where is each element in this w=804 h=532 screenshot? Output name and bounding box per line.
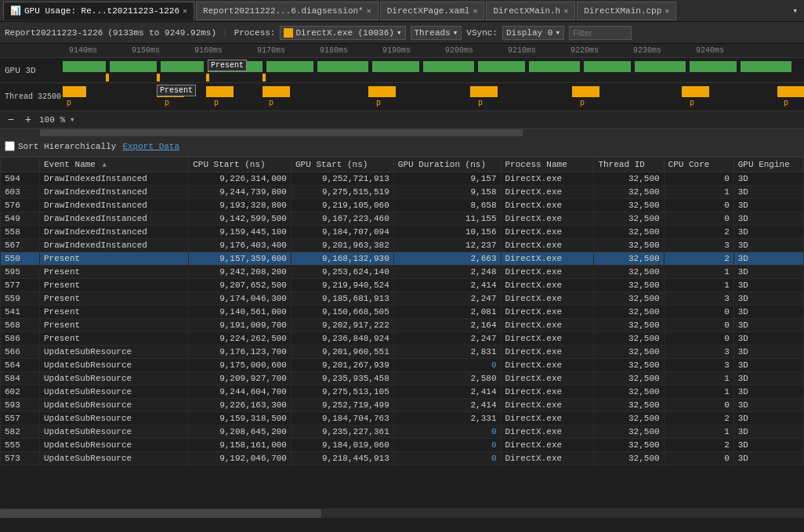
cell-proc: DirectX.exe bbox=[501, 372, 594, 385]
gpu-bar-4 bbox=[208, 61, 263, 72]
tab-directxmain-cpp[interactable]: DirectXMain.cpp ✕ bbox=[577, 2, 676, 20]
tab-directxpage[interactable]: DirectXPage.xaml ✕ bbox=[380, 2, 485, 20]
display-dropdown[interactable]: Display 0 ▾ bbox=[502, 26, 564, 40]
cell-gpuengine: 3D bbox=[733, 452, 803, 465]
cell-event: DrawIndexedInstanced bbox=[39, 186, 188, 199]
table-row[interactable]: 584 UpdateSubResource 9,209,927,700 9,23… bbox=[1, 372, 804, 385]
cell-cpucore: 1 bbox=[664, 279, 733, 292]
th-gpustart[interactable]: GPU Start (ns) bbox=[291, 157, 393, 172]
close-icon-5[interactable]: ✕ bbox=[665, 6, 669, 16]
cell-gpuengine: 3D bbox=[733, 279, 803, 292]
th-tid[interactable]: Thread ID bbox=[594, 157, 664, 172]
gpu-3d-track[interactable]: Present bbox=[63, 58, 804, 82]
table-row[interactable]: 559 Present 9,174,046,300 9,185,681,913 … bbox=[1, 292, 804, 306]
cell-event: DrawIndexedInstanced bbox=[39, 199, 188, 212]
table-row[interactable]: 586 Present 9,224,262,500 9,236,848,924 … bbox=[1, 332, 804, 346]
cell-cpucore: 1 bbox=[664, 425, 733, 439]
table-row[interactable]: 566 UpdateSubResource 9,176,123,700 9,20… bbox=[1, 346, 804, 359]
cell-cpustart: 9,159,318,500 bbox=[189, 412, 292, 425]
cell-gpustart: 9,275,513,105 bbox=[291, 385, 393, 399]
sort-hierarchically-checkbox[interactable]: Sort Hierarchically bbox=[5, 141, 116, 151]
cell-gpustart: 9,219,940,524 bbox=[291, 279, 393, 292]
table-row[interactable]: 549 DrawIndexedInstanced 9,142,599,500 9… bbox=[1, 212, 804, 226]
cell-cpucore: 1 bbox=[664, 266, 733, 279]
p-label-1: p bbox=[67, 99, 71, 107]
th-gpuengine[interactable]: GPU Engine bbox=[733, 157, 803, 172]
process-label: Process: bbox=[234, 28, 276, 38]
cell-proc: DirectX.exe bbox=[501, 292, 594, 306]
table-row[interactable]: 568 Present 9,191,009,700 9,202,917,222 … bbox=[1, 319, 804, 332]
cell-proc: DirectX.exe bbox=[501, 359, 594, 372]
cell-id: 550 bbox=[1, 252, 40, 266]
table-row[interactable]: 603 DrawIndexedInstanced 9,244,739,800 9… bbox=[1, 186, 804, 199]
cell-tid: 32,500 bbox=[594, 319, 664, 332]
sort-hierarchically-input[interactable] bbox=[5, 141, 15, 151]
zoom-plus-button[interactable]: + bbox=[22, 114, 34, 126]
table-row[interactable]: 573 UpdateSubResource 9,192,046,700 9,21… bbox=[1, 452, 804, 465]
process-dropdown[interactable]: DirectX.exe (10036) ▾ bbox=[280, 26, 405, 40]
cell-gpudur: 2,580 bbox=[393, 372, 501, 385]
cell-gpudur: 0 bbox=[393, 425, 501, 439]
cell-proc: DirectX.exe bbox=[501, 239, 594, 252]
close-icon-2[interactable]: ✕ bbox=[367, 6, 371, 16]
th-gpudur[interactable]: GPU Duration (ns) bbox=[393, 157, 501, 172]
table-row[interactable]: 550 Present 9,157,359,600 9,168,132,930 … bbox=[1, 252, 804, 266]
table-row[interactable]: 557 UpdateSubResource 9,159,318,500 9,18… bbox=[1, 412, 804, 425]
cell-cpucore: 0 bbox=[664, 172, 733, 186]
table-row[interactable]: 577 Present 9,207,652,500 9,219,940,524 … bbox=[1, 279, 804, 292]
cell-tid: 32,500 bbox=[594, 452, 664, 465]
th-event[interactable]: Event Name ▲ bbox=[39, 157, 188, 172]
cell-cpustart: 9,176,403,400 bbox=[189, 239, 292, 252]
table-row[interactable]: 593 UpdateSubResource 9,226,163,300 9,25… bbox=[1, 399, 804, 412]
filter-input[interactable] bbox=[569, 26, 632, 40]
th-proc[interactable]: Process Name bbox=[501, 157, 594, 172]
cell-gpuengine: 3D bbox=[733, 439, 803, 452]
close-icon-3[interactable]: ✕ bbox=[473, 6, 477, 16]
tab-report[interactable]: Report20211222...6.diagsession* ✕ bbox=[196, 2, 378, 20]
data-table-wrap[interactable]: Event Name ▲ CPU Start (ns) GPU Start (n… bbox=[0, 157, 804, 508]
table-row[interactable]: 595 Present 9,242,208,200 9,253,624,140 … bbox=[1, 266, 804, 279]
table-row[interactable]: 555 UpdateSubResource 9,158,161,000 9,18… bbox=[1, 439, 804, 452]
export-data-button[interactable]: Export Data bbox=[122, 142, 179, 151]
process-icon bbox=[284, 28, 293, 38]
table-row[interactable]: 594 DrawIndexedInstanced 9,226,314,000 9… bbox=[1, 172, 804, 186]
thread-32500-track[interactable]: p p p p p p p p p Present bbox=[63, 83, 804, 110]
table-row[interactable]: 558 DrawIndexedInstanced 9,159,445,100 9… bbox=[1, 226, 804, 239]
table-row[interactable]: 582 UpdateSubResource 9,208,645,200 9,23… bbox=[1, 425, 804, 439]
cell-gpustart: 9,201,963,382 bbox=[291, 239, 393, 252]
table-row[interactable]: 564 UpdateSubResource 9,175,000,600 9,20… bbox=[1, 359, 804, 372]
timeline-scrollbar[interactable] bbox=[0, 128, 804, 136]
cell-gpuengine: 3D bbox=[733, 292, 803, 306]
cell-gpuengine: 3D bbox=[733, 239, 803, 252]
cell-cpustart: 9,244,739,800 bbox=[189, 186, 292, 199]
th-cpustart[interactable]: CPU Start (ns) bbox=[189, 157, 292, 172]
cell-id: 603 bbox=[1, 186, 40, 199]
zoom-minus-button[interactable]: − bbox=[5, 114, 17, 126]
thread-bar-2 bbox=[157, 86, 184, 97]
p-marker-2 bbox=[157, 74, 160, 81]
close-icon[interactable]: ✕ bbox=[183, 6, 187, 16]
cell-proc: DirectX.exe bbox=[501, 226, 594, 239]
tab-directxmain-h[interactable]: DirectXMain.h ✕ bbox=[486, 2, 575, 20]
cell-tid: 32,500 bbox=[594, 399, 664, 412]
tab-gpu-usage[interactable]: 📊 GPU Usage: Re...t20211223-1226 ✕ bbox=[3, 2, 194, 20]
th-cpucore[interactable]: CPU Core bbox=[664, 157, 733, 172]
tick-1: 9150ms bbox=[132, 46, 160, 55]
table-row[interactable]: 541 Present 9,140,561,000 9,150,668,505 … bbox=[1, 306, 804, 319]
cell-cpucore: 0 bbox=[664, 306, 733, 319]
zoom-dropdown-icon[interactable]: ▾ bbox=[70, 114, 75, 125]
p-label-5: p bbox=[376, 99, 381, 107]
p-label-3: p bbox=[214, 99, 219, 107]
tab-overflow[interactable]: ▾ bbox=[789, 5, 801, 16]
threads-dropdown[interactable]: Threads ▾ bbox=[411, 26, 462, 40]
table-row[interactable]: 602 UpdateSubResource 9,244,604,700 9,27… bbox=[1, 385, 804, 399]
table-row[interactable]: 576 DrawIndexedInstanced 9,193,328,800 9… bbox=[1, 199, 804, 212]
close-icon-4[interactable]: ✕ bbox=[563, 6, 568, 16]
thread-32500-label: Thread 32500 bbox=[0, 92, 63, 101]
cell-gpustart: 9,219,105,060 bbox=[291, 199, 393, 212]
cell-tid: 32,500 bbox=[594, 359, 664, 372]
cell-event: UpdateSubResource bbox=[39, 452, 188, 465]
bottom-scrollbar[interactable] bbox=[0, 508, 804, 518]
table-row[interactable]: 567 DrawIndexedInstanced 9,176,403,400 9… bbox=[1, 239, 804, 252]
cell-id: 602 bbox=[1, 385, 40, 399]
